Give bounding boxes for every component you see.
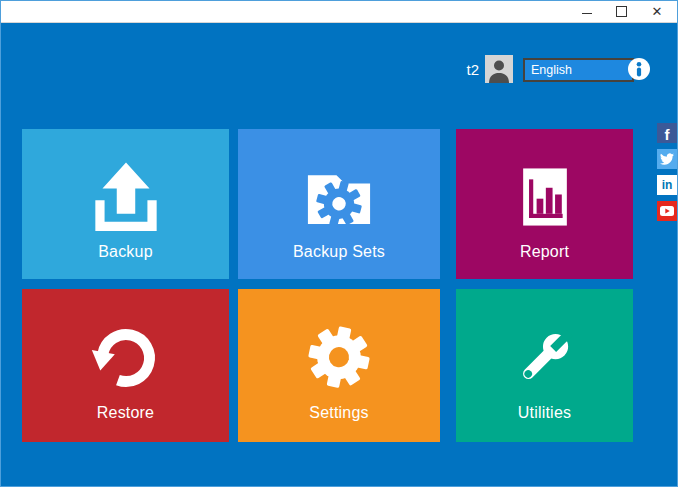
- folder-gear-icon: [297, 155, 381, 239]
- youtube-icon: [657, 201, 677, 221]
- twitter-link[interactable]: [657, 149, 677, 169]
- facebook-link[interactable]: f: [657, 123, 677, 143]
- upload-icon: [84, 155, 168, 239]
- facebook-icon: f: [665, 125, 670, 143]
- restore-arrow-icon: [84, 316, 168, 400]
- username-label: t2: [431, 60, 479, 80]
- tile-backup-sets[interactable]: Backup Sets: [238, 129, 440, 279]
- minimize-icon: [582, 13, 592, 14]
- tile-label: Restore: [97, 404, 154, 422]
- maximize-icon: [616, 6, 627, 17]
- avatar[interactable]: [485, 55, 513, 83]
- tile-report[interactable]: Report: [456, 129, 633, 279]
- language-select[interactable]: English: [523, 58, 634, 82]
- app-window: ✕ t2 English Backup: [0, 0, 678, 487]
- close-button[interactable]: ✕: [641, 1, 673, 22]
- close-icon: ✕: [652, 5, 663, 18]
- tile-restore[interactable]: Restore: [22, 289, 229, 442]
- bar-chart-icon: [503, 155, 587, 239]
- user-icon: [485, 55, 513, 83]
- tile-label: Backup: [98, 243, 153, 261]
- language-value: English: [525, 63, 572, 77]
- titlebar: ✕: [1, 1, 677, 23]
- maximize-button[interactable]: [605, 1, 637, 22]
- social-links: f in: [657, 123, 677, 221]
- tile-label: Settings: [309, 404, 368, 422]
- minimize-button[interactable]: [571, 1, 603, 22]
- info-button[interactable]: [628, 58, 650, 80]
- linkedin-link[interactable]: in: [657, 175, 677, 195]
- tile-label: Utilities: [518, 404, 571, 422]
- gear-icon: [297, 316, 381, 400]
- tile-utilities[interactable]: Utilities: [456, 289, 633, 442]
- info-icon: [628, 58, 650, 80]
- wrench-icon: [503, 316, 587, 400]
- tile-label: Report: [520, 243, 569, 261]
- tile-label: Backup Sets: [293, 243, 385, 261]
- twitter-icon: [660, 152, 674, 166]
- tile-backup[interactable]: Backup: [22, 129, 229, 279]
- tile-settings[interactable]: Settings: [238, 289, 440, 442]
- youtube-link[interactable]: [657, 201, 677, 221]
- linkedin-icon: in: [662, 175, 673, 195]
